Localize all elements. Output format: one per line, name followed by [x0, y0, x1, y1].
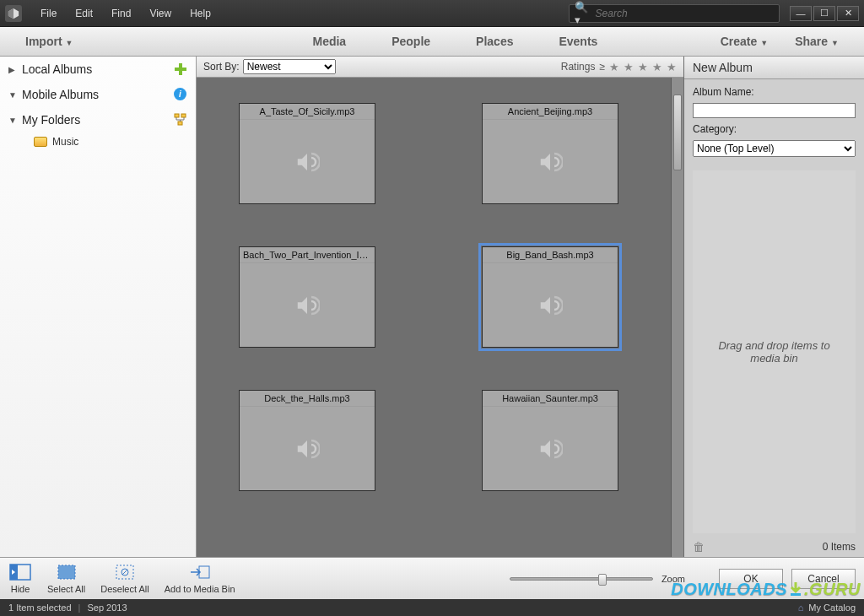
- menu-help[interactable]: Help: [181, 4, 219, 23]
- menu-file[interactable]: File: [32, 4, 65, 23]
- media-thumbnail[interactable]: Big_Band_Bash.mp3: [482, 246, 618, 348]
- hide-panel-button[interactable]: Hide: [8, 563, 32, 594]
- cancel-button[interactable]: Cancel: [791, 569, 856, 589]
- svg-rect-5: [58, 565, 75, 579]
- sidebar-item-my-folders[interactable]: ▼ My Folders: [0, 107, 196, 132]
- status-bar: 1 Item selected | Sep 2013 ⌂ My Catalog: [0, 599, 864, 616]
- expand-icon[interactable]: ▼: [8, 116, 17, 125]
- audio-icon: [240, 407, 375, 490]
- gte-icon[interactable]: ≥: [599, 61, 605, 73]
- thumbnail-title: A_Taste_Of_Sicily.mp3: [240, 104, 375, 120]
- thumbnail-title: Big_Band_Bash.mp3: [483, 247, 618, 263]
- import-button[interactable]: Import▼: [15, 30, 83, 53]
- tab-events[interactable]: Events: [548, 30, 608, 53]
- audio-icon: [483, 120, 618, 203]
- folder-icon: [34, 137, 47, 147]
- close-button[interactable]: ✕: [837, 6, 859, 21]
- status-selection: 1 Item selected: [8, 602, 72, 613]
- browser-panel: Sort By: Newest Ratings ≥ ★ ★ ★ ★ ★ A_Ta…: [197, 57, 684, 557]
- sidebar: ▶ Local Albums ▼ Mobile Albums i ▼ My Fo…: [0, 57, 197, 557]
- main-toolbar: Import▼ Media People Places Events Creat…: [0, 27, 864, 57]
- thumbnail-title: Ancient_Beijing.mp3: [483, 104, 618, 120]
- media-bin-drop-zone[interactable]: Drag and drop items to media bin: [693, 170, 856, 533]
- media-thumbnail[interactable]: Ancient_Beijing.mp3: [482, 103, 618, 204]
- create-button[interactable]: Create▼: [710, 30, 779, 53]
- svg-rect-0: [175, 114, 179, 117]
- status-catalog: My Catalog: [808, 602, 856, 613]
- right-panel: New Album Album Name: Category: None (To…: [684, 57, 864, 557]
- search-box[interactable]: 🔍▾: [569, 4, 780, 23]
- media-thumbnail[interactable]: A_Taste_Of_Sicily.mp3: [239, 103, 375, 204]
- thumbnail-title: Bach_Two_Part_Invention_In...: [240, 247, 375, 263]
- title-bar: File Edit Find View Help 🔍▾ — ☐ ✕: [0, 0, 864, 27]
- menu-find[interactable]: Find: [103, 4, 139, 23]
- sidebar-subitem-music[interactable]: Music: [0, 132, 196, 151]
- star-icon[interactable]: ★: [638, 61, 648, 73]
- menu-bar: File Edit Find View Help: [32, 4, 219, 23]
- album-name-input[interactable]: [693, 103, 856, 118]
- star-icon[interactable]: ★: [624, 61, 634, 73]
- media-thumbnail[interactable]: Deck_the_Halls.mp3: [239, 390, 375, 491]
- star-icon[interactable]: ★: [609, 61, 619, 73]
- tree-icon[interactable]: [174, 113, 187, 127]
- select-all-button[interactable]: Select All: [47, 563, 85, 594]
- sidebar-label: Local Albums: [22, 62, 92, 76]
- audio-icon: [483, 263, 618, 347]
- items-count: 0 Items: [823, 541, 856, 553]
- media-thumbnail[interactable]: Bach_Two_Part_Invention_In...: [239, 246, 375, 348]
- menu-view[interactable]: View: [141, 4, 180, 23]
- star-icon[interactable]: ★: [667, 61, 677, 73]
- ok-button[interactable]: OK: [719, 569, 783, 589]
- deselect-all-button[interactable]: Deselect All: [100, 563, 148, 594]
- media-thumbnail[interactable]: Hawaiian_Saunter.mp3: [482, 390, 618, 491]
- trash-icon[interactable]: 🗑: [693, 540, 705, 554]
- tab-media[interactable]: Media: [302, 30, 356, 53]
- scrollbar-thumb[interactable]: [673, 95, 682, 170]
- home-icon[interactable]: ⌂: [798, 602, 804, 613]
- audio-icon: [240, 120, 375, 203]
- hide-icon: [8, 563, 32, 581]
- maximize-button[interactable]: ☐: [813, 6, 835, 21]
- category-label: Category:: [693, 123, 856, 135]
- app-icon: [5, 5, 22, 22]
- sidebar-sub-label: Music: [52, 136, 78, 148]
- add-to-media-bin-button[interactable]: Add to Media Bin: [165, 563, 235, 594]
- zoom-handle[interactable]: [598, 574, 607, 586]
- main-content: ▶ Local Albums ▼ Mobile Albums i ▼ My Fo…: [0, 57, 864, 557]
- audio-icon: [240, 263, 375, 347]
- svg-line-8: [122, 570, 127, 575]
- sort-select[interactable]: Newest: [243, 59, 336, 74]
- sidebar-item-local-albums[interactable]: ▶ Local Albums: [0, 57, 196, 82]
- menu-edit[interactable]: Edit: [67, 4, 101, 23]
- minimize-button[interactable]: —: [790, 6, 812, 21]
- add-icon[interactable]: [174, 62, 187, 76]
- search-input[interactable]: [596, 8, 774, 19]
- info-icon[interactable]: i: [174, 88, 187, 101]
- star-icon[interactable]: ★: [652, 61, 662, 73]
- ratings-label: Ratings: [561, 61, 596, 73]
- view-tabs: Media People Places Events: [302, 30, 608, 53]
- zoom-slider[interactable]: [510, 577, 653, 581]
- category-select[interactable]: None (Top Level): [693, 140, 856, 157]
- thumbnail-area[interactable]: A_Taste_Of_Sicily.mp3Ancient_Beijing.mp3…: [197, 78, 683, 557]
- right-panel-title: New Album: [684, 57, 864, 79]
- bottom-toolbar: Hide Select All Deselect All Add to Medi…: [0, 557, 864, 599]
- share-button[interactable]: Share▼: [785, 30, 849, 53]
- svg-rect-1: [181, 114, 186, 117]
- sort-label: Sort By:: [203, 61, 240, 73]
- tab-people[interactable]: People: [381, 30, 440, 53]
- ratings-filter: Ratings ≥ ★ ★ ★ ★ ★: [561, 61, 677, 73]
- sidebar-label: Mobile Albums: [22, 88, 99, 101]
- thumbnail-title: Hawaiian_Saunter.mp3: [483, 391, 618, 407]
- expand-icon[interactable]: ▼: [8, 90, 17, 100]
- sidebar-item-mobile-albums[interactable]: ▼ Mobile Albums i: [0, 82, 196, 107]
- window-buttons: — ☐ ✕: [790, 6, 859, 21]
- search-icon: 🔍▾: [575, 1, 592, 26]
- sort-bar: Sort By: Newest Ratings ≥ ★ ★ ★ ★ ★: [197, 57, 683, 78]
- audio-icon: [483, 407, 618, 490]
- expand-icon[interactable]: ▶: [8, 65, 17, 74]
- zoom-label: Zoom: [662, 574, 685, 584]
- vertical-scrollbar[interactable]: [671, 78, 683, 557]
- album-name-label: Album Name:: [693, 86, 856, 98]
- tab-places[interactable]: Places: [466, 30, 523, 53]
